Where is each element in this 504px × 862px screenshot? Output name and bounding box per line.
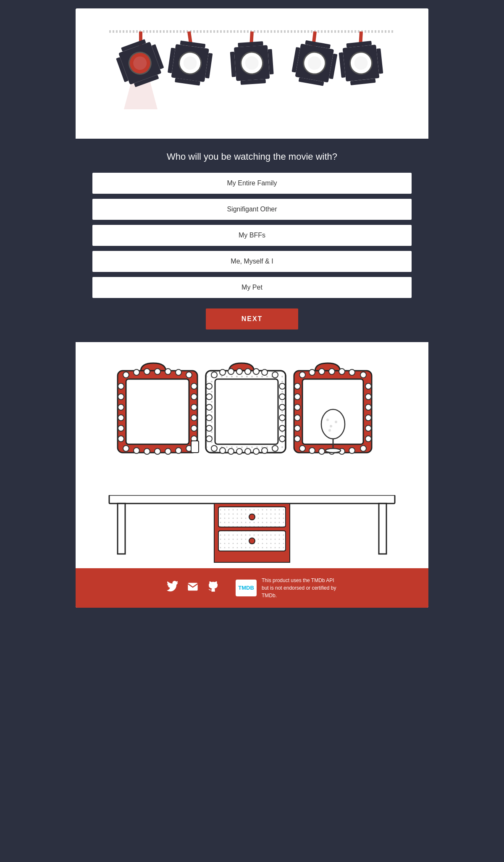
- svg-point-66: [191, 415, 197, 421]
- svg-point-93: [206, 415, 212, 421]
- svg-point-48: [176, 369, 181, 375]
- svg-point-96: [279, 383, 285, 389]
- svg-point-137: [328, 429, 331, 432]
- svg-point-136: [335, 421, 337, 423]
- svg-point-110: [360, 372, 366, 378]
- svg-point-145: [249, 514, 255, 520]
- svg-point-94: [206, 425, 212, 431]
- svg-point-104: [299, 372, 305, 378]
- tmdb-logo: TM DB: [236, 580, 257, 596]
- tmdb-badge: TM DB This product uses the TMDb API but…: [236, 577, 337, 599]
- page-wrapper: Who will you be watching the movie with?…: [76, 8, 428, 608]
- question-section: Who will you be watching the movie with?…: [76, 139, 428, 342]
- svg-point-133: [326, 448, 341, 453]
- svg-point-107: [329, 369, 335, 374]
- svg-point-55: [176, 448, 181, 453]
- svg-point-97: [279, 394, 285, 400]
- svg-point-81: [272, 372, 278, 378]
- svg-point-51: [134, 448, 139, 453]
- svg-point-99: [279, 415, 285, 421]
- svg-point-44: [134, 369, 139, 375]
- svg-point-76: [228, 369, 234, 374]
- svg-point-80: [262, 369, 268, 375]
- svg-point-79: [253, 369, 259, 374]
- svg-point-109: [349, 369, 355, 375]
- option-bffs[interactable]: My BFFs: [92, 225, 412, 246]
- svg-point-62: [118, 436, 124, 442]
- svg-point-121: [294, 415, 300, 421]
- svg-point-47: [165, 369, 171, 374]
- svg-point-90: [206, 383, 212, 389]
- next-button[interactable]: NEXT: [206, 308, 298, 330]
- svg-point-123: [294, 436, 300, 442]
- svg-point-148: [249, 538, 255, 544]
- svg-point-64: [191, 394, 197, 400]
- svg-point-53: [155, 448, 160, 454]
- svg-point-127: [365, 415, 371, 421]
- option-myself[interactable]: Me, Myself & I: [92, 251, 412, 272]
- svg-point-86: [245, 448, 251, 454]
- option-significant-other[interactable]: Signifigant Other: [92, 199, 412, 220]
- svg-point-52: [144, 448, 150, 454]
- option-family[interactable]: My Entire Family: [92, 173, 412, 194]
- svg-point-124: [365, 383, 371, 389]
- svg-point-128: [365, 425, 371, 431]
- svg-point-88: [262, 448, 268, 453]
- svg-rect-69: [126, 379, 189, 444]
- svg-rect-140: [379, 503, 386, 554]
- svg-point-129: [365, 436, 371, 442]
- footer: TM DB This product uses the TMDb API but…: [76, 568, 428, 608]
- svg-point-87: [253, 448, 259, 454]
- svg-point-89: [272, 445, 278, 451]
- svg-point-98: [279, 404, 285, 410]
- svg-point-100: [279, 425, 285, 431]
- svg-point-116: [349, 448, 355, 453]
- svg-point-49: [186, 372, 192, 378]
- svg-point-120: [294, 404, 300, 410]
- svg-point-105: [309, 369, 315, 375]
- tmdb-text: This product uses the TMDb API but is no…: [262, 577, 337, 599]
- svg-point-67: [191, 425, 197, 431]
- svg-point-78: [245, 369, 251, 374]
- question-title: Who will you be watching the movie with?: [92, 151, 412, 162]
- svg-point-63: [191, 383, 197, 389]
- svg-point-65: [191, 404, 197, 410]
- svg-point-119: [294, 394, 300, 400]
- svg-point-113: [319, 448, 325, 454]
- svg-point-82: [211, 445, 217, 451]
- svg-point-84: [228, 448, 234, 454]
- svg-point-75: [220, 369, 226, 375]
- svg-point-57: [118, 383, 124, 389]
- twitter-icon[interactable]: [167, 581, 178, 595]
- svg-point-111: [299, 445, 305, 451]
- svg-point-95: [206, 436, 212, 442]
- svg-point-74: [211, 372, 217, 378]
- email-icon[interactable]: [187, 581, 199, 595]
- svg-point-106: [319, 369, 325, 374]
- stage-lights-section: [76, 8, 428, 139]
- footer-social-icons: [167, 581, 219, 595]
- svg-point-91: [206, 394, 212, 400]
- svg-point-134: [326, 419, 329, 421]
- github-icon[interactable]: [207, 581, 219, 595]
- option-pet[interactable]: My Pet: [92, 277, 412, 298]
- svg-point-43: [123, 372, 129, 378]
- svg-point-60: [118, 415, 124, 421]
- svg-point-125: [365, 394, 371, 400]
- svg-point-59: [118, 404, 124, 410]
- svg-point-108: [339, 369, 345, 374]
- svg-point-45: [144, 369, 150, 374]
- options-container: My Entire Family Signifigant Other My BF…: [92, 173, 412, 298]
- svg-point-61: [118, 425, 124, 431]
- svg-point-118: [294, 383, 300, 389]
- svg-rect-138: [109, 495, 395, 503]
- svg-point-77: [236, 369, 242, 374]
- svg-point-46: [155, 369, 160, 374]
- svg-point-92: [206, 404, 212, 410]
- svg-point-135: [330, 425, 332, 427]
- vanity-section: [76, 342, 428, 568]
- svg-rect-70: [191, 441, 199, 453]
- svg-point-58: [118, 394, 124, 400]
- svg-point-117: [360, 445, 366, 451]
- svg-point-126: [365, 404, 371, 410]
